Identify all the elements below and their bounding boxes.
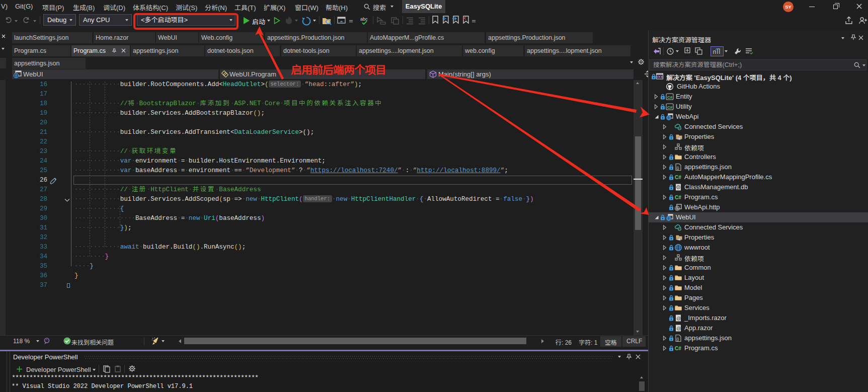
svg-text:{}: {}: [676, 337, 679, 341]
svg-text:abc: abc: [360, 17, 368, 22]
svg-text:C#: C#: [675, 195, 681, 200]
svg-text:@: @: [676, 326, 681, 331]
svg-text:C#: C#: [675, 175, 681, 180]
svg-text:@: @: [676, 316, 681, 321]
svg-text:C#: C#: [667, 105, 673, 110]
svg-text:C#: C#: [667, 95, 673, 100]
svg-text:C#: C#: [675, 346, 681, 351]
svg-text:{}: {}: [676, 166, 679, 170]
